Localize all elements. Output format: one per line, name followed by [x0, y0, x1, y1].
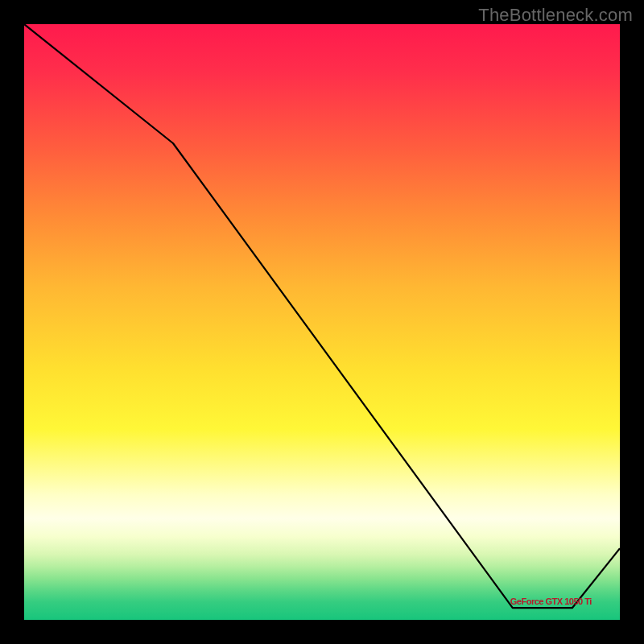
plot-svg: GeForce GTX 1050 Ti	[24, 24, 620, 620]
plot-area: GeForce GTX 1050 Ti	[24, 24, 620, 620]
attribution-label: TheBottleneck.com	[478, 5, 633, 26]
series-line	[24, 24, 620, 608]
series-label: GeForce GTX 1050 Ti	[510, 597, 592, 606]
chart-frame: TheBottleneck.com GeForce GTX 1050 Ti	[0, 0, 644, 644]
